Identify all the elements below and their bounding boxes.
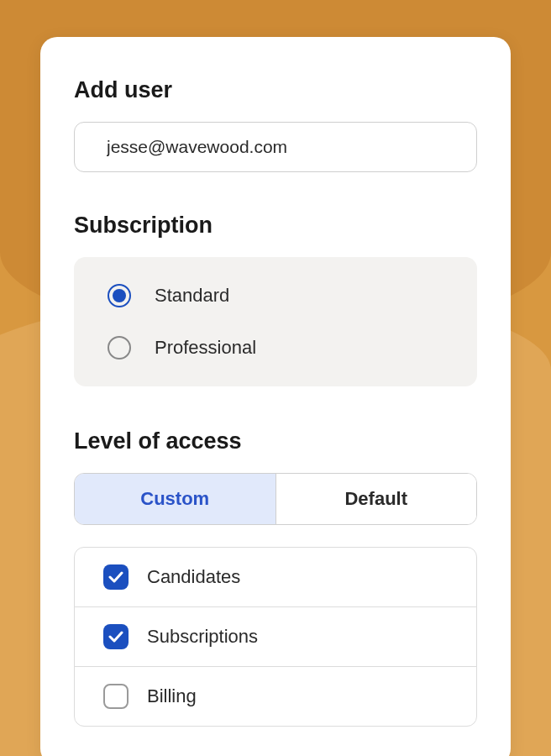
add-user-modal: Add user Subscription Standard Professio… xyxy=(40,37,511,756)
access-title: Level of access xyxy=(74,428,477,454)
check-label: Candidates xyxy=(147,566,240,588)
checkmark-icon xyxy=(108,631,123,643)
check-item-billing[interactable]: Billing xyxy=(75,666,476,726)
checkbox-icon xyxy=(103,624,129,649)
subscription-radio-group: Standard Professional xyxy=(74,257,477,386)
check-item-subscriptions[interactable]: Subscriptions xyxy=(75,606,476,666)
segment-custom[interactable]: Custom xyxy=(75,474,276,524)
radio-icon xyxy=(108,336,131,360)
checkbox-icon xyxy=(103,684,129,709)
check-label: Subscriptions xyxy=(147,626,258,648)
radio-item-professional[interactable]: Professional xyxy=(108,328,443,368)
email-input[interactable] xyxy=(74,122,477,172)
radio-icon xyxy=(108,284,131,307)
permissions-checklist: Candidates Subscriptions Billing xyxy=(74,547,477,727)
radio-item-standard[interactable]: Standard xyxy=(108,276,443,316)
radio-dot-icon xyxy=(113,289,126,302)
checkmark-icon xyxy=(108,571,123,583)
check-label: Billing xyxy=(147,685,197,707)
check-item-candidates[interactable]: Candidates xyxy=(75,548,476,606)
checkbox-icon xyxy=(103,564,129,590)
modal-title: Add user xyxy=(74,77,477,103)
radio-label: Standard xyxy=(155,285,229,307)
radio-label: Professional xyxy=(155,337,256,359)
access-segmented-control: Custom Default xyxy=(74,473,477,525)
segment-default[interactable]: Default xyxy=(276,474,477,524)
subscription-title: Subscription xyxy=(74,213,477,239)
